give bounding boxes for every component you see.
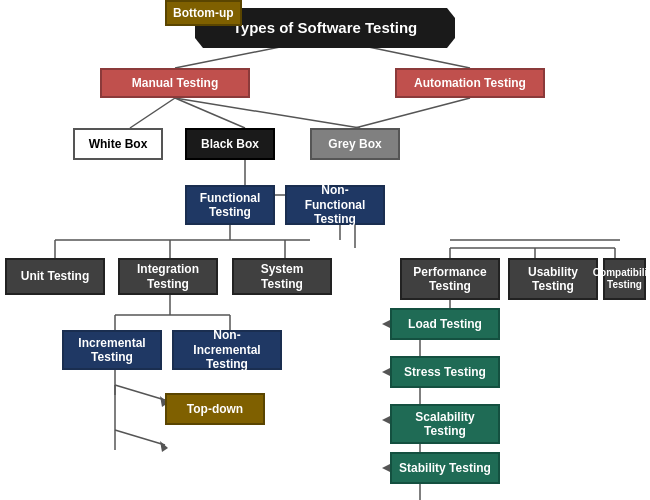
integration-testing-node: Integration Testing <box>118 258 218 295</box>
stability-testing-node: Stability Testing <box>390 452 500 484</box>
compatibility-testing-node: Compatibility Testing <box>603 258 646 300</box>
functional-testing-node: Functional Testing <box>185 185 275 225</box>
svg-marker-22 <box>160 441 168 452</box>
bottomup-node: Bottom-up <box>165 0 242 26</box>
nonincremental-testing-node: Non-Incremental Testing <box>172 330 282 370</box>
svg-line-4 <box>175 98 360 128</box>
load-testing-node: Load Testing <box>390 308 500 340</box>
svg-line-2 <box>130 98 175 128</box>
usability-testing-node: Usability Testing <box>508 258 598 300</box>
svg-line-5 <box>355 98 470 128</box>
svg-marker-35 <box>382 320 390 328</box>
scalability-testing-node: Scalability Testing <box>390 404 500 444</box>
stress-testing-node: Stress Testing <box>390 356 500 388</box>
automation-testing-node: Automation Testing <box>395 68 545 98</box>
performance-testing-node: Performance Testing <box>400 258 500 300</box>
diagram: Types of Software Testing Manual Testing… <box>0 0 650 500</box>
whitebox-node: White Box <box>73 128 163 160</box>
connector-lines <box>0 0 650 500</box>
topdown-node: Top-down <box>165 393 265 425</box>
unit-testing-node: Unit Testing <box>5 258 105 295</box>
svg-marker-39 <box>382 416 390 424</box>
svg-line-19 <box>115 385 165 400</box>
svg-line-3 <box>175 98 245 128</box>
nonfunctional-testing-node: Non-Functional Testing <box>285 185 385 225</box>
svg-marker-37 <box>382 368 390 376</box>
system-testing-node: System Testing <box>232 258 332 295</box>
incremental-testing-node: Incremental Testing <box>62 330 162 370</box>
svg-line-21 <box>115 430 165 445</box>
blackbox-node: Black Box <box>185 128 275 160</box>
svg-marker-41 <box>382 464 390 472</box>
greybox-node: Grey Box <box>310 128 400 160</box>
manual-testing-node: Manual Testing <box>100 68 250 98</box>
